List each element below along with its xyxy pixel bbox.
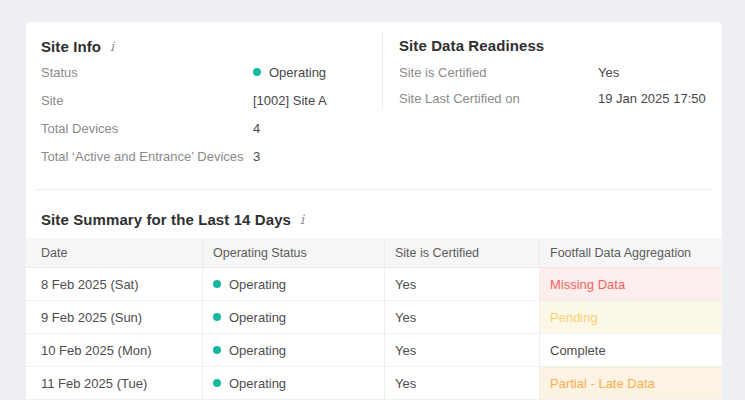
cell-date: 8 Feb 2025 (Sat) [26,268,203,300]
site-info-row-total-devices: Total Devices 4 [41,114,382,142]
top-panels: Site Info i Status Operating Site [1002]… [26,22,722,189]
site-summary-title: Site Summary for the Last 14 Days i [41,209,722,229]
field-value: 19 Jan 2025 17:50 [598,91,706,106]
status-value: Operating [253,65,326,80]
cell-footfall-aggregation: Partial - Late Data [540,367,722,399]
site-info-row-active-entrance-devices: Total ‘Active and Entrance’ Devices 3 [41,142,382,170]
site-summary-title-text: Site Summary for the Last 14 Days [41,211,291,228]
field-label: Site is Certified [399,65,598,80]
cell-operating-status: Operating [203,268,385,300]
site-info-rows: Status Operating Site [1002] Site A Tota… [41,58,382,170]
site-summary-table: DateOperating StatusSite is CertifiedFoo… [26,238,722,400]
cell-footfall-aggregation: Complete [540,334,722,366]
table-row: 10 Feb 2025 (Mon)OperatingYesComplete [26,334,722,367]
readiness-row-last-certified: Site Last Certified on 19 Jan 2025 17:50 [399,85,722,111]
field-label: Total Devices [41,121,253,136]
status-text: Operating [229,310,286,325]
cell-footfall-aggregation: Missing Data [540,268,722,300]
status-text: Operating [269,65,326,80]
status-dot-icon [213,280,221,288]
cell-site-certified: Yes [385,268,540,300]
site-data-readiness-panel: Site Data Readiness Site is Certified Ye… [383,22,722,189]
table-row: 9 Feb 2025 (Sun)OperatingYesPending [26,301,722,334]
readiness-row-certified: Site is Certified Yes [399,59,722,85]
status-text: Operating [229,343,286,358]
cell-footfall-aggregation: Pending [540,301,722,333]
field-value: 3 [253,149,260,164]
site-data-readiness-rows: Site is Certified Yes Site Last Certifie… [399,59,722,111]
table-header-cell: Date [26,238,203,267]
table-header-cell: Footfall Data Aggregation [540,238,722,267]
cell-operating-status: Operating [203,367,385,399]
table-row: 11 Feb 2025 (Tue)OperatingYesPartial - L… [26,367,722,400]
status-text: Operating [229,376,286,391]
field-label: Site [41,93,253,108]
cell-operating-status: Operating [203,334,385,366]
site-info-row-site: Site [1002] Site A [41,86,382,114]
cell-site-certified: Yes [385,367,540,399]
table-header-cell: Site is Certified [385,238,540,267]
status-dot-icon [213,346,221,354]
cell-date: 11 Feb 2025 (Tue) [26,367,203,399]
info-icon[interactable]: i [300,212,304,227]
field-label: Total ‘Active and Entrance’ Devices [41,149,253,164]
status-text: Operating [229,277,286,292]
cell-operating-status: Operating [203,301,385,333]
site-data-readiness-title-text: Site Data Readiness [399,37,544,54]
dashboard-card: Site Info i Status Operating Site [1002]… [26,22,722,400]
summary-table-body: 8 Feb 2025 (Sat)OperatingYesMissing Data… [26,268,722,400]
field-value: [1002] Site A [253,93,327,108]
cell-date: 9 Feb 2025 (Sun) [26,301,203,333]
site-info-row-status: Status Operating [41,58,382,86]
cell-date: 10 Feb 2025 (Mon) [26,334,203,366]
field-value: 4 [253,121,260,136]
cell-site-certified: Yes [385,301,540,333]
field-value: Yes [598,65,619,80]
site-info-title-text: Site Info [41,38,101,55]
cell-site-certified: Yes [385,334,540,366]
status-dot-icon [213,313,221,321]
status-dot-icon [213,379,221,387]
status-dot-icon [253,68,261,76]
site-info-panel: Site Info i Status Operating Site [1002]… [26,22,382,189]
table-row: 8 Feb 2025 (Sat)OperatingYesMissing Data [26,268,722,301]
horizontal-divider [35,189,713,190]
field-label: Site Last Certified on [399,91,598,106]
site-info-title: Site Info i [41,36,382,56]
info-icon[interactable]: i [110,39,114,54]
table-header-cell: Operating Status [203,238,385,267]
site-data-readiness-title: Site Data Readiness [399,35,722,55]
field-label: Status [41,65,253,80]
table-header-row: DateOperating StatusSite is CertifiedFoo… [26,238,722,268]
